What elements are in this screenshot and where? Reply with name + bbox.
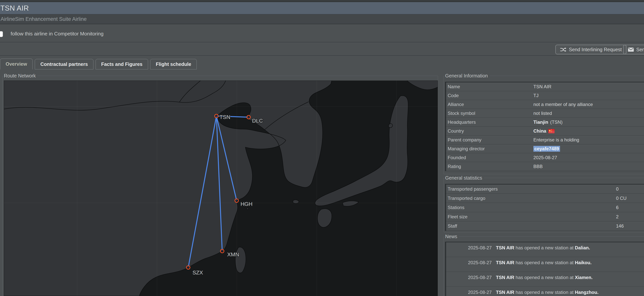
info-row-stock-symbol: Stock symbolnot listed <box>446 109 644 118</box>
general-information-table: NameTSN AIRCodeTJAlliancenot a member of… <box>445 82 644 171</box>
info-label: Managing director <box>446 146 534 151</box>
news-date: 2025-08-27 <box>468 245 492 250</box>
news-datetime: 2025-08-2720:37 <box>446 242 493 257</box>
airport-label-hgh: HGH <box>240 201 252 207</box>
stat-label: Stations <box>446 205 616 210</box>
news-city-link[interactable]: Haikou. <box>575 260 592 265</box>
news-message: TSN AIR has opened a new station at Haik… <box>496 257 592 272</box>
news-city-link[interactable]: Hangzhou. <box>575 290 599 295</box>
stat-label: Fleet size <box>446 214 616 219</box>
stat-value: 146 <box>616 223 624 229</box>
tab-facts-and-figures[interactable]: Facts and Figures <box>96 59 148 69</box>
news-city-link[interactable]: Xiamen. <box>575 275 593 280</box>
china-flag-icon <box>548 129 554 133</box>
airport-label-dlc: DLC <box>252 118 263 124</box>
divider <box>0 55 644 56</box>
airport-label-xmn: XMN <box>227 252 239 258</box>
news-date: 2025-08-27 <box>468 275 492 280</box>
news-item: 2025-08-2720:37TSN AIR has opened a new … <box>446 242 644 257</box>
page-title: TSN AIR <box>0 4 29 12</box>
info-row-founded: Founded2025-08-27 <box>446 153 644 162</box>
info-row-code: CodeTJ <box>446 91 644 100</box>
stat-value: 6 <box>616 205 618 210</box>
airline-profile-page: TSN AIR AirlineSim Enhancement Suite Air… <box>0 0 644 296</box>
news-legend: News <box>444 234 459 239</box>
stat-label: Staff <box>446 223 616 229</box>
general-statistics-table: Transported passengers0Transported cargo… <box>445 184 644 231</box>
airport-node-xmn <box>220 249 224 253</box>
airport-label-szx: SZX <box>192 270 203 276</box>
link-china[interactable]: China <box>534 128 546 134</box>
news-message: TSN AIR has opened a new station at Dali… <box>496 242 590 257</box>
news-datetime: 2025-08-2720:36 <box>446 287 493 296</box>
stat-row-stations: Stations6 <box>446 203 644 212</box>
news-date: 2025-08-27 <box>468 260 492 265</box>
route-network-fieldset: Route Network <box>2 73 438 296</box>
follow-row: follow this airline in Competitor Monito… <box>0 29 644 41</box>
envelope-icon <box>628 47 634 52</box>
tab-bar: OverviewContractual partnersFacts and Fi… <box>0 59 199 69</box>
stat-row-fleet-size: Fleet size2 <box>446 212 644 222</box>
send-interlining-request-button[interactable]: Send Interlining Request <box>556 45 626 54</box>
airport-node-hgh <box>235 199 238 202</box>
stat-row-staff: Staff146 <box>446 222 644 231</box>
stat-label: Transported passengers <box>446 186 616 192</box>
stat-value: 0 CU <box>616 196 627 201</box>
info-label: Parent company <box>446 137 534 143</box>
page-subtitle: AirlineSim Enhancement Suite Airline <box>0 16 87 22</box>
action-button-row: Send Interlining Request Send M <box>0 44 644 55</box>
info-row-alliance: Alliancenot a member of any alliance <box>446 100 644 109</box>
info-label: Stock symbol <box>446 111 534 116</box>
news-airline-link[interactable]: TSN AIR <box>496 260 514 265</box>
china-flag-icon <box>548 129 554 133</box>
shuffle-icon <box>560 47 566 52</box>
tab-contractual-partners[interactable]: Contractual partners <box>35 59 94 69</box>
news-date: 2025-08-27 <box>468 290 492 295</box>
route-network-map: TSNDLCHGHXMNSZX <box>4 81 438 296</box>
airport-label-tsn: TSN <box>220 114 230 120</box>
divider <box>0 42 644 43</box>
info-row-headquarters: HeadquartersTianjin (TSN) <box>446 118 644 127</box>
stat-row-transported-cargo: Transported cargo0 CU <box>446 194 644 203</box>
news-message: TSN AIR has opened a new station at Xiam… <box>496 272 593 287</box>
general-information-fieldset: General Information NameTSN AIRCodeTJAll… <box>444 73 644 174</box>
route-network-legend: Route Network <box>3 73 38 79</box>
info-row-rating: RatingBBB <box>446 162 644 171</box>
general-statistics-fieldset: General statistics Transported passenger… <box>444 175 644 232</box>
stat-value: 2 <box>616 214 618 219</box>
airport-node-szx <box>186 266 190 269</box>
info-value: BBB <box>534 164 543 169</box>
info-label: Country <box>446 128 534 134</box>
news-message: TSN AIR has opened a new station at Hang… <box>496 287 598 296</box>
info-label: Alliance <box>446 102 534 107</box>
info-value: not listed <box>534 111 552 116</box>
news-airline-link[interactable]: TSN AIR <box>496 290 514 295</box>
general-information-legend: General Information <box>444 73 490 79</box>
subtitle-bar: AirlineSim Enhancement Suite Airline <box>0 14 644 24</box>
news-airline-link[interactable]: TSN AIR <box>496 245 514 250</box>
info-label: Headquarters <box>446 120 534 125</box>
info-value: TSN AIR <box>534 84 551 89</box>
top-strip <box>0 0 644 2</box>
divider <box>0 24 644 24</box>
send-message-button[interactable]: Send M <box>623 45 644 54</box>
send-message-label: Send M <box>636 47 644 52</box>
airport-node-dlc <box>247 116 250 119</box>
info-value: 2025-08-27 <box>534 155 557 160</box>
info-row-parent-company: Parent companyEnterprise is a holding <box>446 136 644 145</box>
info-label: Code <box>446 93 534 98</box>
news-item: 2025-08-2720:36TSN AIR has opened a new … <box>446 257 644 272</box>
send-interlining-request-label: Send Interlining Request <box>569 47 622 52</box>
info-value: not a member of any alliance <box>534 102 593 107</box>
selected-text[interactable]: ceyafe7489 <box>534 146 560 152</box>
news-city-link[interactable]: Dalian. <box>575 245 590 250</box>
tab-overview[interactable]: Overview <box>0 59 32 69</box>
news-list: 2025-08-2720:37TSN AIR has opened a new … <box>445 242 644 296</box>
news-datetime: 2025-08-2720:36 <box>446 257 493 272</box>
info-label: Rating <box>446 164 534 169</box>
link-tianjin[interactable]: Tianjin <box>534 120 548 125</box>
follow-checkbox[interactable] <box>0 31 3 37</box>
info-value: Enterprise is a holding <box>534 137 579 143</box>
tab-flight-schedule[interactable]: Flight schedule <box>150 59 197 69</box>
news-airline-link[interactable]: TSN AIR <box>496 275 514 280</box>
